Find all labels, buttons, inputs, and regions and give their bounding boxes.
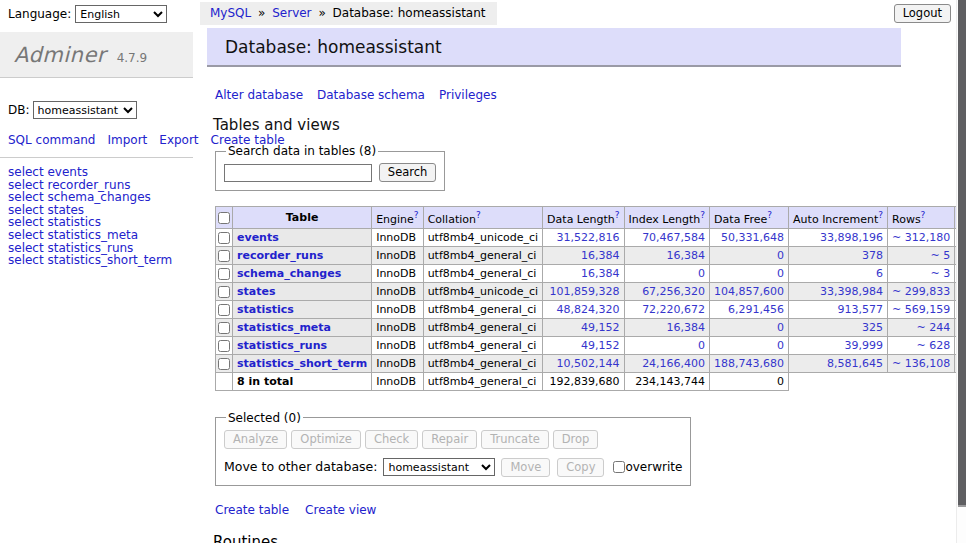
data-free-link[interactable]: 6,291,456 bbox=[728, 303, 784, 316]
index-length-link[interactable]: 16,384 bbox=[667, 321, 706, 334]
rows-link[interactable]: ~ 299,833 bbox=[892, 285, 950, 298]
row-checkbox[interactable] bbox=[218, 358, 230, 370]
auto-increment-link[interactable]: 33,398,984 bbox=[820, 285, 883, 298]
move-db-select[interactable]: homeassistant bbox=[383, 458, 495, 476]
index-length-link[interactable]: 67,256,320 bbox=[642, 285, 705, 298]
rows-link[interactable]: ~ 5 bbox=[930, 249, 950, 262]
data-free-link[interactable]: 50,331,648 bbox=[721, 231, 784, 244]
column-help-link[interactable]: ? bbox=[878, 210, 883, 220]
index-length-link[interactable]: 72,220,672 bbox=[642, 303, 705, 316]
index-length-link[interactable]: 16,384 bbox=[667, 249, 706, 262]
auto-increment-link[interactable]: 378 bbox=[862, 249, 883, 262]
table-name-link[interactable]: schema_changes bbox=[237, 267, 341, 280]
rows-link[interactable]: ~ 244 bbox=[916, 321, 950, 334]
index-length-link[interactable]: 0 bbox=[698, 267, 705, 280]
table-name-link[interactable]: recorder_runs bbox=[237, 249, 323, 262]
overwrite-checkbox[interactable] bbox=[613, 461, 625, 473]
page-scrollbar[interactable] bbox=[956, 0, 966, 543]
data-free-link[interactable]: 0 bbox=[777, 249, 784, 262]
sidebar-action-link[interactable]: SQL command bbox=[8, 133, 95, 147]
data-length-link[interactable]: 16,384 bbox=[581, 267, 620, 280]
table-name-cell: statistics_meta bbox=[233, 318, 372, 336]
index-length-link[interactable]: 70,467,584 bbox=[642, 231, 705, 244]
column-help-link[interactable]: ? bbox=[414, 210, 419, 220]
database-action-link[interactable]: Alter database bbox=[215, 88, 303, 102]
data-length-link[interactable]: 10,502,144 bbox=[557, 357, 620, 370]
db-select[interactable]: homeassistant bbox=[33, 101, 137, 119]
sidebar-action-link[interactable]: Export bbox=[159, 133, 198, 147]
breadcrumb-server-link[interactable]: Server bbox=[272, 6, 311, 20]
sidebar-action-link[interactable]: Import bbox=[107, 133, 147, 147]
sidebar-select-table-link[interactable]: select statistics_short_term bbox=[8, 254, 185, 267]
check-button[interactable]: Check bbox=[365, 430, 418, 449]
optimize-button[interactable]: Optimize bbox=[291, 430, 361, 449]
column-help-link[interactable]: ? bbox=[767, 210, 772, 220]
analyze-button[interactable]: Analyze bbox=[224, 430, 287, 449]
table-name-link[interactable]: statistics_meta bbox=[237, 321, 331, 334]
column-help-link[interactable]: ? bbox=[700, 210, 705, 220]
repair-button[interactable]: Repair bbox=[422, 430, 477, 449]
column-help-link[interactable]: ? bbox=[921, 210, 926, 220]
data-length-link[interactable]: 16,384 bbox=[581, 249, 620, 262]
table-name-link[interactable]: statistics_short_term bbox=[237, 357, 367, 370]
data-free-cell: 0 bbox=[710, 246, 789, 264]
data-length-link[interactable]: 101,859,328 bbox=[550, 285, 620, 298]
search-input[interactable] bbox=[224, 164, 372, 182]
sidebar-select-table-link[interactable]: select statistics_meta bbox=[8, 229, 185, 242]
column-help-link[interactable]: ? bbox=[476, 210, 481, 220]
row-checkbox[interactable] bbox=[218, 250, 230, 262]
auto-increment-link[interactable]: 325 bbox=[862, 321, 883, 334]
index-length-link[interactable]: 24,166,400 bbox=[642, 357, 705, 370]
overwrite-label: overwrite bbox=[625, 460, 682, 474]
sidebar-select-table-link[interactable]: select schema_changes bbox=[8, 191, 185, 204]
column-help-link[interactable]: ? bbox=[615, 210, 620, 220]
data-length-link[interactable]: 31,522,816 bbox=[557, 231, 620, 244]
database-action-link[interactable]: Database schema bbox=[317, 88, 425, 102]
rows-link[interactable]: ~ 569,159 bbox=[892, 303, 950, 316]
row-checkbox[interactable] bbox=[218, 286, 230, 298]
section-title-routines: Routines bbox=[213, 533, 906, 543]
data-free-link[interactable]: 0 bbox=[777, 339, 784, 352]
logout-button[interactable]: Logout bbox=[894, 4, 951, 23]
rows-link[interactable]: ~ 3 bbox=[930, 267, 950, 280]
data-length-link[interactable]: 49,152 bbox=[581, 339, 620, 352]
language-select[interactable]: English bbox=[75, 5, 167, 23]
auto-increment-link[interactable]: 6 bbox=[876, 267, 883, 280]
table-name-link[interactable]: statistics_runs bbox=[237, 339, 327, 352]
row-checkbox[interactable] bbox=[218, 304, 230, 316]
auto-increment-link[interactable]: 33,898,196 bbox=[820, 231, 883, 244]
data-free-link[interactable]: 188,743,680 bbox=[714, 357, 784, 370]
auto-increment-link[interactable]: 913,577 bbox=[838, 303, 884, 316]
auto-increment-link[interactable]: 8,581,645 bbox=[827, 357, 883, 370]
index-length-link[interactable]: 0 bbox=[698, 339, 705, 352]
table-name-link[interactable]: states bbox=[237, 285, 276, 298]
create-link[interactable]: Create table bbox=[215, 503, 289, 517]
move-button[interactable]: Move bbox=[501, 458, 550, 477]
sidebar-select-table-link[interactable]: select events bbox=[8, 166, 185, 179]
data-free-link[interactable]: 0 bbox=[777, 267, 784, 280]
database-action-link[interactable]: Privileges bbox=[439, 88, 497, 102]
copy-button[interactable]: Copy bbox=[557, 458, 604, 477]
table-name-link[interactable]: events bbox=[237, 231, 279, 244]
data-free-link[interactable]: 104,857,600 bbox=[714, 285, 784, 298]
data-length-link[interactable]: 48,824,320 bbox=[557, 303, 620, 316]
row-checkbox[interactable] bbox=[218, 232, 230, 244]
row-checkbox[interactable] bbox=[218, 322, 230, 334]
create-link[interactable]: Create view bbox=[305, 503, 376, 517]
data-free-link[interactable]: 0 bbox=[777, 321, 784, 334]
search-button[interactable]: Search bbox=[379, 163, 437, 182]
truncate-button[interactable]: Truncate bbox=[481, 430, 549, 449]
rows-link[interactable]: ~ 312,180 bbox=[892, 231, 950, 244]
column-header: Auto Increment? bbox=[789, 207, 888, 229]
row-checkbox[interactable] bbox=[218, 268, 230, 280]
auto-increment-link[interactable]: 39,999 bbox=[845, 339, 884, 352]
scrollbar-thumb[interactable] bbox=[958, 0, 966, 507]
rows-link[interactable]: ~ 628 bbox=[916, 339, 950, 352]
drop-button[interactable]: Drop bbox=[553, 430, 599, 449]
select-all-checkbox[interactable] bbox=[218, 212, 230, 224]
table-name-link[interactable]: statistics bbox=[237, 303, 294, 316]
row-checkbox[interactable] bbox=[218, 340, 230, 352]
breadcrumb-mysql-link[interactable]: MySQL bbox=[210, 6, 251, 20]
data-length-link[interactable]: 49,152 bbox=[581, 321, 620, 334]
rows-link[interactable]: ~ 136,108 bbox=[892, 357, 950, 370]
